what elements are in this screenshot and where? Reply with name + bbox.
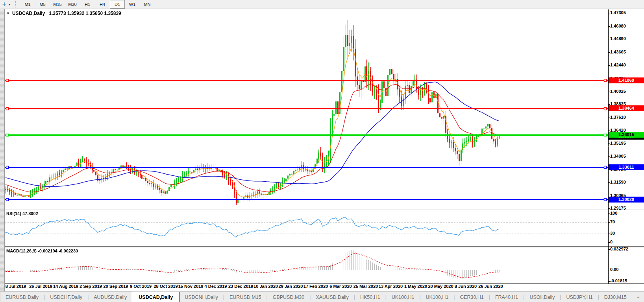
- tab-usdcnh-daily[interactable]: USDCNH,Daily: [180, 292, 223, 302]
- rsi-indicator-label: RSI(14) 47.8002: [6, 211, 38, 216]
- tab-hk50-h1[interactable]: HK50,H1: [355, 292, 385, 302]
- tab-nav: ◂ ▸: [632, 292, 644, 302]
- timeframe-button-m1[interactable]: M1: [20, 0, 35, 9]
- left-edge-splitter: [0, 9, 5, 291]
- tab-gbpusd-m30[interactable]: GBPUSD,M30: [268, 292, 310, 302]
- tab-eurusd-daily[interactable]: EURUSD,Daily: [0, 292, 44, 302]
- toolbar-grip-handle[interactable]: [15, 1, 17, 7]
- tab-usoil-daily[interactable]: USOil,Daily: [524, 292, 560, 302]
- drawing-cursor-icon[interactable]: ✛: [1, 1, 8, 7]
- tab-usdcad-daily[interactable]: USDCAD,Daily: [132, 292, 180, 302]
- timeframe-button-m15[interactable]: M15: [50, 0, 65, 9]
- chart-ohlc-values: 1.35773 1.35932 1.35650 1.35839: [49, 11, 121, 16]
- tab-nav-left-icon[interactable]: ◂: [637, 295, 639, 299]
- timeframe-buttons: M1M5M15M30H1H4D1W1MN: [20, 0, 155, 9]
- chart-title[interactable]: ▼ USDCAD,Daily 1.35773 1.35932 1.35650 1…: [6, 11, 121, 16]
- macd-indicator-label: MACD(12,26,9) -0.002194 -0.002230: [6, 249, 78, 253]
- timeframe-button-m5[interactable]: M5: [35, 0, 50, 9]
- mt4-window: ✛ ▾ M1M5M15M30H1H4D1W1MN ▼ USDCAD,Daily …: [0, 0, 644, 302]
- tab-ger30-h1[interactable]: GER30,H1: [455, 292, 489, 302]
- chart-dropdown-icon[interactable]: ▼: [6, 11, 10, 15]
- timeframe-toolbar: ✛ ▾ M1M5M15M30H1H4D1W1MN: [0, 0, 644, 9]
- timeframe-button-h1[interactable]: H1: [80, 0, 95, 9]
- tab-eurusd-m15[interactable]: EURUSD,M15: [224, 292, 266, 302]
- tab-uk100-h1[interactable]: UK100,H1: [387, 292, 420, 302]
- toolbar-separator: [157, 1, 158, 8]
- chevron-down-icon[interactable]: ▾: [9, 3, 10, 6]
- tab-dj30-m15[interactable]: DJ30,M15: [599, 292, 632, 302]
- chart-canvas[interactable]: [0, 0, 644, 302]
- tab-xauusd-daily[interactable]: XAUUSD,Daily: [311, 292, 353, 302]
- chart-tabbar: EURUSD,Daily|USDCHF,Daily|AUDUSD,DailyUS…: [0, 291, 644, 302]
- tab-uk100-h1[interactable]: UK100,H1: [421, 292, 454, 302]
- timeframe-button-h4[interactable]: H4: [95, 0, 110, 9]
- timeframe-button-mn[interactable]: MN: [140, 0, 155, 9]
- chart-tabs: EURUSD,Daily|USDCHF,Daily|AUDUSD,DailyUS…: [0, 292, 632, 302]
- tab-usdchf-daily[interactable]: USDCHF,Daily: [45, 292, 87, 302]
- timeframe-button-d1[interactable]: D1: [110, 0, 125, 9]
- tab-fra40-h1[interactable]: FRA40,H1: [490, 292, 523, 302]
- tab-audusd-daily[interactable]: AUDUSD,Daily: [89, 292, 132, 302]
- timeframe-button-w1[interactable]: W1: [125, 0, 140, 9]
- tab-usdjpy-h1[interactable]: USDJPY,H1: [561, 292, 598, 302]
- timeframe-button-m30[interactable]: M30: [65, 0, 80, 9]
- chart-symbol-label: USDCAD,Daily: [12, 11, 45, 16]
